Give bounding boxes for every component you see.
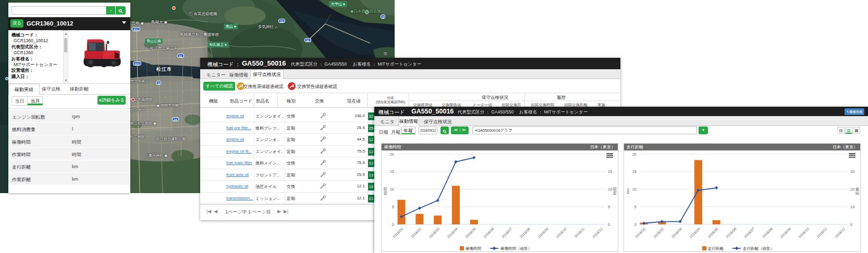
svg-text:2018/06: 2018/06 xyxy=(483,227,495,239)
svg-text:2018/05: 2018/05 xyxy=(464,227,476,239)
svg-text:0: 0 xyxy=(850,222,852,227)
svg-text:2018/12: 2018/12 xyxy=(592,227,604,239)
svg-text:距離: 距離 xyxy=(855,187,860,195)
svg-text:2018/07: 2018/07 xyxy=(501,227,513,239)
svg-text:15: 15 xyxy=(390,169,394,174)
svg-text:10: 10 xyxy=(850,205,854,209)
svg-text:10: 10 xyxy=(632,187,637,192)
svg-text:20: 20 xyxy=(632,152,637,157)
svg-text:5: 5 xyxy=(608,205,610,209)
svg-text:15: 15 xyxy=(632,169,637,174)
svg-text:2018/09: 2018/09 xyxy=(537,227,549,239)
svg-text:0: 0 xyxy=(392,222,394,227)
svg-text:2018/11: 2018/11 xyxy=(816,227,828,239)
svg-text:10: 10 xyxy=(608,187,612,192)
svg-text:2018/09: 2018/09 xyxy=(779,227,791,239)
svg-text:2018/11: 2018/11 xyxy=(573,227,585,239)
svg-text:2018/03: 2018/03 xyxy=(428,227,440,239)
svg-text:0: 0 xyxy=(608,222,610,227)
svg-text:2018/07: 2018/07 xyxy=(743,227,755,239)
svg-text:15: 15 xyxy=(608,169,612,174)
svg-text:走行距離（積算）: 走行距離（積算） xyxy=(743,246,774,251)
svg-text:30: 30 xyxy=(850,169,854,174)
svg-text:20: 20 xyxy=(390,152,394,157)
svg-text:稼働時間: 稼働時間 xyxy=(466,246,481,251)
svg-text:2018/08: 2018/08 xyxy=(519,227,531,239)
svg-text:km: km xyxy=(626,188,630,194)
svg-text:5: 5 xyxy=(634,205,637,209)
svg-text:20: 20 xyxy=(850,187,854,192)
svg-text:2018/08: 2018/08 xyxy=(761,227,773,239)
svg-text:時間: 時間 xyxy=(383,187,388,195)
svg-text:時間: 時間 xyxy=(613,187,617,195)
svg-text:2018/06: 2018/06 xyxy=(725,227,737,239)
svg-text:5: 5 xyxy=(392,205,394,209)
svg-text:0: 0 xyxy=(634,222,637,227)
svg-text:2018/04: 2018/04 xyxy=(446,227,458,239)
svg-text:2018/10: 2018/10 xyxy=(555,227,567,239)
svg-text:2018/03: 2018/03 xyxy=(670,227,682,239)
svg-text:10: 10 xyxy=(390,187,394,192)
svg-text:2018/02: 2018/02 xyxy=(653,227,665,239)
svg-text:2018/10: 2018/10 xyxy=(798,227,810,239)
svg-text:2018/12: 2018/12 xyxy=(834,227,846,239)
svg-text:2018/05: 2018/05 xyxy=(707,227,719,239)
svg-text:2018/04: 2018/04 xyxy=(689,227,701,239)
svg-text:走行距離: 走行距離 xyxy=(708,246,724,251)
svg-text:稼働時間（積算）: 稼働時間（積算） xyxy=(500,246,532,251)
svg-text:2018/02: 2018/02 xyxy=(410,227,422,239)
svg-text:2018/01: 2018/01 xyxy=(392,227,404,239)
svg-text:2018/01: 2018/01 xyxy=(634,227,646,239)
